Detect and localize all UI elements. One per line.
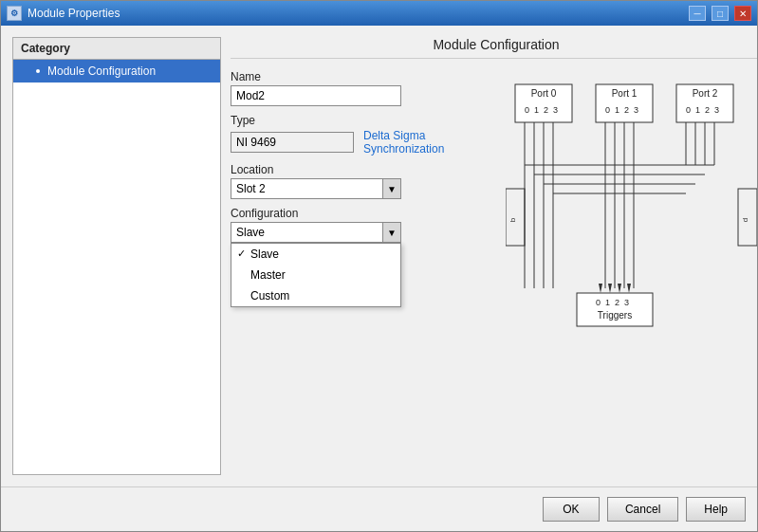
help-button[interactable]: Help bbox=[686, 497, 746, 522]
svg-text:1: 1 bbox=[534, 105, 539, 115]
svg-text:2: 2 bbox=[615, 298, 619, 307]
type-input[interactable] bbox=[231, 132, 354, 153]
module-properties-window: ⚙ Module Properties ─ □ ✕ Category Modul… bbox=[0, 0, 758, 532]
title-bar: ⚙ Module Properties ─ □ ✕ bbox=[1, 1, 757, 26]
svg-text:0: 0 bbox=[605, 105, 610, 115]
type-row: Delta Sigma Synchronization bbox=[231, 129, 496, 156]
minimize-button[interactable]: ─ bbox=[689, 6, 706, 21]
svg-text:1: 1 bbox=[605, 298, 610, 307]
configuration-select[interactable]: Slave bbox=[231, 222, 401, 243]
configuration-dropdown-menu: ✓ Slave Master Custom bbox=[231, 243, 401, 307]
diagram-container: Port 0 0 1 2 3 Port 1 0 1 2 3 bbox=[506, 70, 757, 475]
window-title: Module Properties bbox=[28, 7, 683, 20]
category-dot-icon bbox=[36, 69, 40, 73]
maximize-button[interactable]: □ bbox=[712, 6, 729, 21]
svg-text:0: 0 bbox=[686, 105, 691, 115]
location-field-group: Location Slot 2 ▼ bbox=[231, 163, 496, 199]
dropdown-item-slave[interactable]: ✓ Slave bbox=[231, 244, 400, 265]
svg-marker-39 bbox=[608, 284, 612, 293]
svg-text:Port 1: Port 1 bbox=[612, 88, 638, 99]
button-bar: OK Cancel Help bbox=[1, 486, 757, 531]
svg-rect-20 bbox=[738, 189, 757, 246]
dropdown-item-slave-label: Slave bbox=[250, 248, 279, 261]
location-select[interactable]: Slot 2 bbox=[231, 178, 401, 199]
dropdown-item-master[interactable]: Master bbox=[231, 265, 400, 285]
close-button[interactable]: ✕ bbox=[734, 6, 751, 21]
svg-text:2: 2 bbox=[544, 105, 548, 115]
svg-text:1: 1 bbox=[695, 105, 700, 115]
configuration-select-wrapper: Slave ▼ bbox=[231, 222, 401, 243]
category-header: Category bbox=[13, 38, 220, 60]
svg-text:Port 0: Port 0 bbox=[531, 88, 557, 99]
svg-text:0: 0 bbox=[525, 105, 529, 115]
location-select-wrapper: Slot 2 ▼ bbox=[231, 178, 401, 199]
ok-button[interactable]: OK bbox=[543, 497, 600, 522]
config-title: Module Configuration bbox=[231, 37, 757, 59]
svg-text:b: b bbox=[508, 217, 517, 222]
category-panel: Category Module Configuration bbox=[12, 37, 221, 475]
svg-text:2: 2 bbox=[705, 105, 710, 115]
right-content: Module Configuration Name Type Delta Si bbox=[231, 37, 757, 475]
main-content: Category Module Configuration Module Con… bbox=[1, 26, 757, 486]
svg-text:3: 3 bbox=[624, 298, 629, 307]
svg-text:Triggers: Triggers bbox=[598, 310, 632, 321]
configuration-label: Configuration bbox=[231, 207, 496, 220]
name-label: Name bbox=[231, 70, 496, 83]
svg-text:d: d bbox=[741, 218, 749, 222]
form-section: Name Type Delta Sigma Synchronization Lo bbox=[231, 70, 496, 475]
type-label: Type bbox=[231, 114, 496, 127]
dropdown-item-master-label: Master bbox=[250, 268, 286, 282]
svg-text:2: 2 bbox=[624, 105, 629, 115]
window-icon: ⚙ bbox=[7, 6, 22, 21]
dropdown-item-custom[interactable]: Custom bbox=[231, 285, 400, 306]
wiring-diagram: Port 0 0 1 2 3 Port 1 0 1 2 3 bbox=[506, 80, 757, 364]
svg-marker-38 bbox=[599, 284, 602, 293]
location-label: Location bbox=[231, 163, 496, 176]
svg-text:Port 2: Port 2 bbox=[693, 88, 718, 99]
svg-text:3: 3 bbox=[553, 105, 558, 115]
svg-text:1: 1 bbox=[615, 105, 619, 115]
svg-rect-18 bbox=[506, 189, 525, 246]
slave-checkmark-icon: ✓ bbox=[237, 248, 246, 260]
svg-text:0: 0 bbox=[596, 298, 601, 307]
cancel-button[interactable]: Cancel bbox=[607, 497, 678, 522]
type-field-group: Type Delta Sigma Synchronization bbox=[231, 114, 496, 156]
svg-text:3: 3 bbox=[634, 105, 638, 115]
svg-text:3: 3 bbox=[714, 105, 719, 115]
configuration-selected-value: Slave bbox=[236, 226, 265, 239]
configuration-field-group: Configuration Slave ▼ ✓ bbox=[231, 207, 496, 243]
type-description: Delta Sigma Synchronization bbox=[363, 129, 496, 156]
name-field-group: Name bbox=[231, 70, 496, 106]
configuration-dropdown-container: Slave ▼ ✓ Slave M bbox=[231, 222, 496, 243]
name-input[interactable] bbox=[231, 85, 401, 106]
svg-marker-40 bbox=[618, 284, 621, 293]
dropdown-item-custom-label: Custom bbox=[250, 289, 289, 303]
sidebar-item-module-configuration[interactable]: Module Configuration bbox=[13, 60, 220, 83]
category-item-label: Module Configuration bbox=[47, 64, 156, 78]
svg-marker-41 bbox=[627, 284, 631, 293]
